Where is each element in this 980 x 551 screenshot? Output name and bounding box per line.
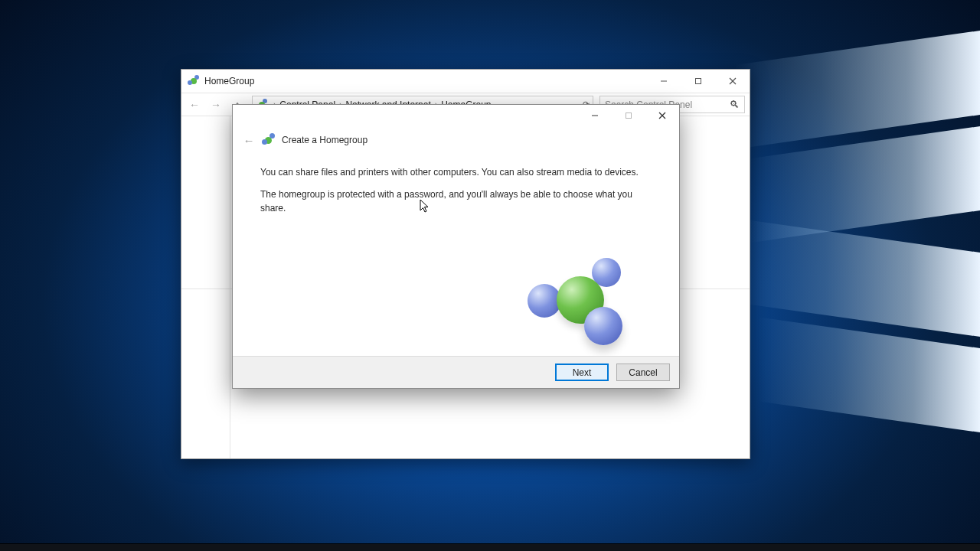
dialog-close-button[interactable] [645, 105, 679, 126]
taskbar[interactable] [0, 543, 980, 551]
dialog-titlebar[interactable] [233, 105, 679, 126]
dialog-footer: Next Cancel [233, 356, 679, 388]
next-button[interactable]: Next [555, 364, 609, 381]
dialog-body: You can share files and printers with ot… [233, 155, 679, 356]
homegroup-dialog-icon [262, 133, 276, 147]
create-homegroup-dialog: ← Create a Homegroup You can share files… [232, 104, 680, 389]
dialog-minimize-button[interactable] [578, 105, 612, 126]
search-icon: 🔍︎ [730, 99, 740, 110]
dialog-description-line2: The homegroup is protected with a passwo… [260, 188, 652, 215]
dialog-maximize-button[interactable] [612, 105, 645, 126]
window-minimize-button[interactable] [646, 70, 681, 93]
dialog-back-button[interactable]: ← [240, 134, 257, 147]
window-close-button[interactable] [715, 70, 750, 93]
nav-forward-button[interactable]: → [207, 96, 224, 113]
cancel-button[interactable]: Cancel [616, 364, 670, 381]
svg-rect-5 [626, 113, 632, 119]
dialog-title: Create a Homegroup [282, 135, 368, 145]
nav-back-button[interactable]: ← [186, 96, 203, 113]
dialog-header: ← Create a Homegroup [233, 126, 679, 154]
window-titlebar[interactable]: HomeGroup [181, 70, 750, 93]
window-maximize-button[interactable] [681, 70, 715, 93]
svg-rect-1 [695, 79, 701, 84]
dialog-description-line1: You can share files and printers with ot… [260, 166, 652, 179]
homegroup-app-icon [188, 75, 200, 87]
window-title: HomeGroup [204, 76, 254, 86]
homegroup-illustration [518, 250, 641, 350]
